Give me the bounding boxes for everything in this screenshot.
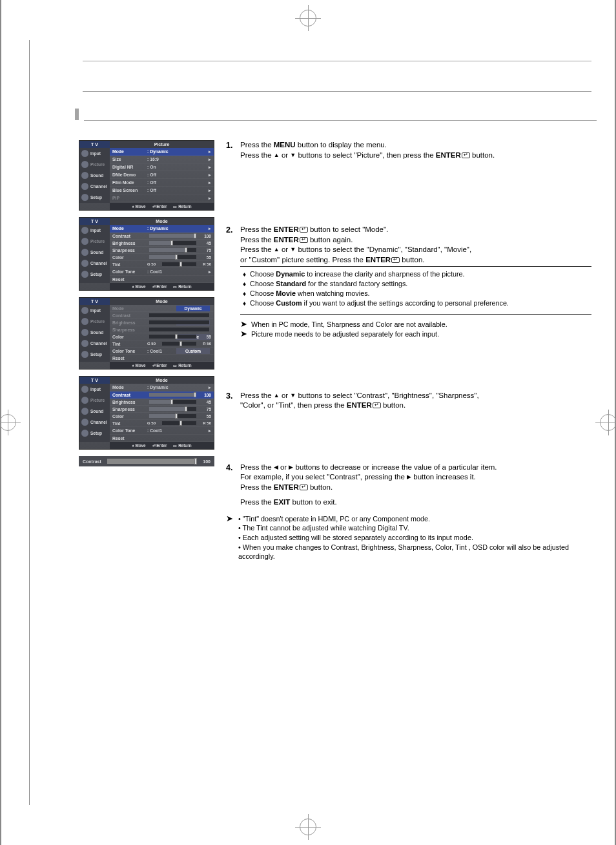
sidebar-item-picture[interactable]: Picture — [79, 159, 110, 170]
sidebar-item-setup[interactable]: Setup — [79, 269, 110, 280]
arrowhead-icon: ➤ — [240, 320, 247, 329]
row-blue-screen[interactable]: Blue Screen: Off▸ — [110, 187, 214, 194]
osd-footer: ♦ Move ⏎ Enter ▭ Return — [110, 203, 214, 210]
step-4: 4. Press the ◀ or ▶ buttons to decrease … — [226, 463, 591, 508]
osd-mode-menu: T V Mode Input Picture Sound Channel Set… — [79, 217, 214, 291]
row-brightness[interactable]: Brightness45 — [110, 240, 214, 247]
enter-icon — [462, 152, 470, 158]
crop-mark-right — [595, 410, 616, 435]
sidebar-item-sound[interactable]: Sound — [79, 170, 110, 181]
osd-column: T V Picture Input Picture Sound Channel … — [79, 140, 214, 561]
row-digital-nr[interactable]: Digital NR: On▸ — [110, 163, 214, 171]
row-dnie-demo[interactable]: DNIe Demo: Off▸ — [110, 171, 214, 179]
diamond-icon: ♦ — [243, 269, 246, 279]
row-film-mode[interactable]: Film Mode: Off▸ — [110, 179, 214, 187]
row-reset[interactable]: Reset — [110, 276, 214, 283]
row-tint[interactable]: TintG 50R 50 — [110, 261, 214, 268]
enter-icon — [373, 402, 381, 408]
enter-icon — [300, 485, 308, 490]
footer-move: ♦ Move — [132, 204, 146, 209]
notes-block: ➤ "Tint" doesn't operate in HDMI, PC or … — [226, 514, 591, 561]
option-dynamic[interactable]: Dynamic — [176, 306, 210, 311]
osd-tv-label: T V — [79, 141, 110, 148]
up-icon: ▲ — [274, 245, 280, 253]
note-item: "Tint" doesn't operate in HDMI, PC or an… — [238, 514, 591, 524]
osd-mode-contrast: T V Mode Input Picture Sound Channel Set… — [79, 376, 214, 450]
header-box — [83, 61, 591, 92]
sidebar-item-input[interactable]: Input — [79, 225, 110, 236]
sidebar-item-channel[interactable]: Channel — [79, 258, 110, 269]
sidebar-item-sound[interactable]: Sound — [79, 247, 110, 258]
instructions: 1. Press the MENU button to display the … — [226, 140, 591, 561]
osd-picture-menu: T V Picture Input Picture Sound Channel … — [79, 140, 214, 211]
channel-icon — [81, 183, 88, 190]
page-frame: T V Picture Input Picture Sound Channel … — [26, 40, 597, 805]
enter-icon — [300, 237, 308, 243]
crop-mark-left — [0, 410, 21, 435]
picture-icon — [81, 161, 88, 168]
contrast-label: Contrast — [83, 459, 101, 464]
row-contrast[interactable]: Contrast100 — [110, 233, 214, 240]
step-3: 3. Press the ▲ or ▼ buttons to select "C… — [226, 391, 591, 411]
osd-contrast-bar[interactable]: Contrast 100 — [79, 456, 214, 466]
enter-icon — [391, 257, 400, 263]
down-icon: ▼ — [290, 151, 296, 159]
up-icon: ▲ — [274, 151, 280, 159]
row-color[interactable]: Color55 — [110, 254, 214, 261]
setup-icon — [81, 194, 88, 201]
note-item: The Tint cannot be adjusted while watchi… — [238, 523, 591, 533]
note-arrow-list: ➤When in PC mode, Tint, Sharpness and Co… — [240, 320, 591, 339]
section-marker — [75, 109, 79, 120]
left-icon: ◀ — [274, 463, 278, 471]
section-rule — [84, 120, 597, 121]
margin-rule — [29, 40, 30, 805]
row-sharpness[interactable]: Sharpness75 — [110, 247, 214, 254]
crop-mark-top — [295, 5, 321, 31]
sound-icon — [81, 172, 88, 179]
up-icon: ▲ — [274, 391, 280, 399]
row-contrast[interactable]: Contrast100 — [110, 391, 214, 399]
step-1: 1. Press the MENU button to display the … — [226, 140, 591, 160]
note-item: When you make changes to Contrast, Brigh… — [238, 543, 591, 561]
osd-title: Picture — [110, 141, 214, 148]
down-icon: ▼ — [290, 245, 296, 253]
step-2: 2. Press the ENTER button to select "Mod… — [226, 225, 591, 339]
sidebar-item-picture[interactable]: Picture — [79, 236, 110, 247]
row-size[interactable]: Size: 16:9▸ — [110, 156, 214, 163]
input-icon — [81, 150, 88, 157]
row-pip[interactable]: PIP▸ — [110, 194, 214, 202]
row-mode[interactable]: Mode: Dynamic▸ — [110, 148, 214, 156]
arrowhead-icon: ➤ — [226, 514, 233, 561]
row-mode[interactable]: Mode: Dynamic▸ — [110, 225, 214, 233]
sidebar-item-setup[interactable]: Setup — [79, 192, 110, 203]
footer-enter: ⏎ Enter — [152, 204, 167, 209]
row-color-tone[interactable]: Color Tone: Cool1▸ — [110, 268, 214, 276]
page-trim-left — [0, 0, 1, 845]
sidebar-item-input[interactable]: Input — [79, 148, 110, 159]
osd-sidebar: Input Picture Sound Channel Setup — [79, 148, 110, 203]
footer-return: ▭ Return — [173, 204, 191, 209]
note-item: Each adjusted setting will be stored sep… — [238, 533, 591, 543]
sidebar-item-channel[interactable]: Channel — [79, 181, 110, 192]
contrast-slider[interactable] — [107, 459, 198, 464]
enter-icon — [300, 227, 308, 233]
chevron-right-icon: ▸ — [209, 149, 211, 154]
contrast-value: 100 — [203, 459, 210, 464]
osd-mode-popup: T V Mode Input Picture Sound Channel Set… — [79, 297, 214, 370]
crop-mark-bottom — [295, 814, 321, 840]
bullet-list: ♦Choose Dynamic to increase the clarity … — [243, 269, 591, 308]
down-icon: ▼ — [290, 391, 296, 399]
